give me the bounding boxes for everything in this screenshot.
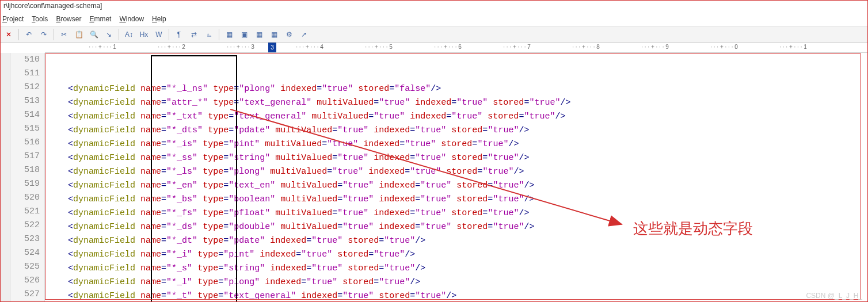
menu-bar: ProjectToolsBrowserEmmetWindowHelp [0, 14, 868, 26]
scissors-icon: ✂ [61, 30, 67, 39]
line-number: 523 [10, 232, 40, 246]
menu-browser[interactable]: Browser [56, 15, 81, 25]
run2-button[interactable]: ▦ [253, 28, 265, 41]
line-number: 510 [10, 53, 40, 67]
line-number: 511 [10, 67, 40, 81]
code-line[interactable]: <dynamicField name="*_bs" type="boolean"… [47, 193, 868, 207]
line-number: 519 [10, 177, 40, 191]
line-number: 525 [10, 260, 40, 274]
line-number: 518 [10, 163, 40, 177]
code-line[interactable]: <dynamicField name="*_l_ns" type="plong"… [47, 82, 868, 96]
table-button[interactable]: ▦ [223, 28, 235, 41]
menu-tools[interactable]: Tools [32, 15, 48, 25]
tabchars-icon: ⎁ [207, 30, 211, 39]
line-number: 524 [10, 246, 40, 260]
word-wrap-icon: W [155, 30, 162, 39]
line-number: 514 [10, 108, 40, 122]
export-icon: ↗ [301, 30, 307, 39]
tabchars-button[interactable]: ⎁ [203, 28, 215, 41]
ruler-mark: · · · + · · · 3 [227, 44, 254, 50]
code-line[interactable]: <dynamicField name="*_i" type="pint" ind… [47, 248, 868, 262]
menu-help[interactable]: Help [152, 15, 166, 25]
line-number-gutter: 5105115125135145155165175185195205215225… [10, 53, 45, 302]
ruler-mark: · · · + · · · 8 [572, 44, 600, 50]
ruler-caret: 3 [268, 43, 276, 53]
export-button[interactable]: ↗ [298, 28, 310, 41]
code-area[interactable]: <dynamicField name="*_l_ns" type="plong"… [45, 53, 868, 302]
ruler-mark: · · · + · · · 9 [641, 44, 669, 50]
redo-icon: ↷ [41, 30, 47, 39]
menu-project[interactable]: Project [2, 15, 24, 25]
left-vertical-tab[interactable] [0, 53, 10, 302]
goto-icon: ↘ [106, 30, 112, 39]
window-title: r\ljhcore\conf\managed-schema] [0, 0, 868, 14]
code-line[interactable]: <dynamicField name="*_ss" type="string" … [47, 151, 868, 165]
redo-button[interactable]: ↷ [37, 28, 50, 41]
toolbar: ✕↶↷✂📋🔍↘A↕HxW¶⇄⎁▦▣▦▦⚙↗ [0, 26, 868, 43]
font-large-icon: A↕ [125, 30, 133, 39]
ruler: · · · + · · · 1· · · + · · · 2· · · + · … [45, 43, 868, 53]
word-wrap-button[interactable]: W [153, 28, 165, 41]
code-line[interactable]: <dynamicField name="*_ls" type="plong" m… [47, 165, 868, 179]
line-number: 512 [10, 81, 40, 94]
ruler-mark: · · · + · · · 1 [89, 44, 116, 50]
run3-icon: ▦ [271, 30, 277, 39]
run2-icon: ▦ [256, 30, 262, 39]
undo-button[interactable]: ↶ [22, 28, 35, 41]
code-line[interactable]: <dynamicField name="*_l" type="plong" in… [47, 276, 868, 289]
ruler-mark: · · · + · · · 0 [710, 44, 738, 50]
font-large-button[interactable]: A↕ [123, 28, 135, 41]
code-line[interactable]: <dynamicField name="*_t" type="text_gene… [47, 289, 868, 302]
menu-window[interactable]: Window [119, 15, 144, 25]
run1-icon: ▣ [241, 30, 248, 39]
code-line[interactable]: <dynamicField name="*_s" type="string" i… [47, 262, 868, 276]
paste-icon: 📋 [75, 30, 83, 39]
code-line[interactable]: <dynamicField name="*_is" type="pint" mu… [47, 137, 868, 151]
indent-icon: ⇄ [191, 30, 197, 39]
line-number: 515 [10, 122, 40, 136]
hex-icon: Hx [140, 30, 149, 39]
menu-emmet[interactable]: Emmet [89, 15, 111, 25]
hex-button[interactable]: Hx [138, 28, 150, 41]
outdent-icon: ¶ [177, 30, 181, 39]
scissors-button[interactable]: ✂ [58, 28, 70, 41]
code-line[interactable]: <dynamicField name="attr_*" type="text_g… [47, 96, 868, 110]
undo-icon: ↶ [26, 30, 32, 39]
line-number: 522 [10, 219, 40, 232]
ruler-mark: · · · + · · · 7 [503, 44, 531, 50]
code-line[interactable]: <dynamicField name="*_txt" type="text_ge… [47, 110, 868, 124]
ruler-mark: · · · + · · · 2 [158, 44, 185, 50]
outdent-button[interactable]: ¶ [173, 28, 185, 41]
close-x-red-icon: ✕ [6, 30, 12, 39]
code-line[interactable]: <dynamicField name="*_dts" type="pdate" … [47, 124, 868, 137]
ruler-mark: · · · + · · · 1 [779, 44, 807, 50]
close-x-red-button[interactable]: ✕ [2, 28, 15, 41]
line-number: 526 [10, 274, 40, 288]
ruler-mark: · · · + · · · 4 [296, 44, 323, 50]
plugin-button[interactable]: ⚙ [283, 28, 295, 41]
search-button[interactable]: 🔍 [87, 28, 100, 41]
watermark: CSDN @_L_J_H_ [806, 292, 862, 300]
line-number: 516 [10, 136, 40, 150]
goto-button[interactable]: ↘ [102, 28, 115, 41]
run3-button[interactable]: ▦ [268, 28, 280, 41]
code-line[interactable]: <dynamicField name="*_en" type="text_en"… [47, 179, 868, 193]
line-number: 520 [10, 191, 40, 205]
annotation-label: 这些就是动态字段 [633, 219, 753, 239]
line-number: 517 [10, 150, 40, 163]
paste-button[interactable]: 📋 [73, 28, 85, 41]
table-icon: ▦ [226, 30, 233, 39]
line-number: 513 [10, 94, 40, 108]
indent-button[interactable]: ⇄ [188, 28, 200, 41]
line-number: 527 [10, 288, 40, 301]
search-icon: 🔍 [90, 30, 98, 39]
line-number: 521 [10, 205, 40, 219]
ruler-mark: · · · + · · · 5 [365, 44, 393, 50]
ruler-mark: · · · + · · · 6 [434, 44, 462, 50]
plugin-icon: ⚙ [286, 30, 292, 39]
run1-button[interactable]: ▣ [238, 28, 250, 41]
